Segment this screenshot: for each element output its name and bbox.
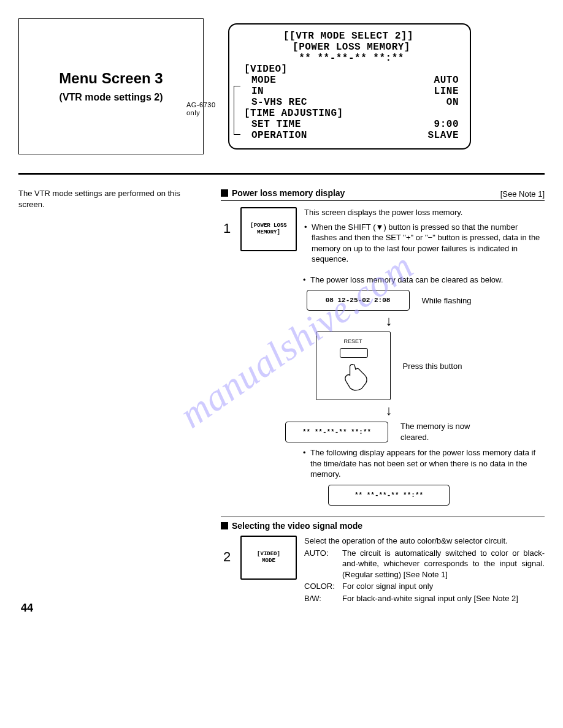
def-label: AUTO:: [304, 548, 339, 580]
hand-pressing-icon: [337, 359, 372, 393]
menu-label: IN: [251, 86, 264, 97]
screen-thumbnail: [POWER LOSS MEMORY]: [240, 207, 297, 251]
header-row: Menu Screen 3 (VTR mode settings 2) AG-6…: [18, 18, 545, 154]
step-number: 1: [221, 221, 233, 237]
intro-text: The VTR mode settings are performed on t…: [18, 188, 202, 210]
step-number: 2: [221, 549, 233, 565]
section-header-row: Power loss memory display [See Note 1]: [221, 188, 545, 201]
reset-label: RESET: [316, 338, 390, 344]
square-bullet-icon: [221, 522, 228, 529]
menu-label: SET TIME: [251, 119, 301, 130]
menu-value: SLAVE: [427, 130, 459, 141]
display-box: 08 12-25-02 2:08: [307, 290, 410, 311]
section-title: Power loss memory display: [232, 188, 345, 198]
menu-label: OPERATION: [251, 130, 307, 141]
menu-screen-box: AG-6730 only [[VTR MODE SELECT 2]] [POWE…: [228, 23, 471, 150]
menu-line: [VIDEO]: [238, 64, 459, 75]
menu-value: 9:00: [434, 119, 459, 130]
arrow-down-icon: ↓: [386, 314, 393, 328]
body-text: Select the operation of the auto color/b…: [304, 536, 545, 547]
body-text: The following display appears for the po…: [310, 447, 545, 480]
menu-line: [TIME ADJUSTING]: [238, 108, 459, 119]
menu-line: [POWER LOSS MEMORY]: [238, 42, 459, 53]
display-box: ** **-**-** **:**: [285, 422, 388, 442]
bullet-icon: •: [304, 222, 309, 265]
bullet-icon: •: [303, 447, 308, 480]
reset-illustration: RESET: [316, 332, 391, 400]
note-reference: [See Note 1]: [500, 189, 545, 199]
horizontal-rule-thin: [221, 517, 545, 517]
page-number: 44: [21, 602, 33, 615]
def-label: COLOR:: [304, 581, 339, 592]
body-text: When the SHIFT (▼) button is pressed so …: [312, 222, 545, 265]
caption: While flashing: [422, 295, 472, 306]
menu-value: ON: [446, 97, 459, 108]
def-text: For color signal input only: [342, 581, 433, 592]
section-title: Selecting the video signal mode: [232, 521, 362, 531]
menu-line: ** **-**-** **:**: [238, 53, 459, 64]
title-box: Menu Screen 3 (VTR mode settings 2): [18, 18, 204, 154]
caption: Press this button: [403, 361, 462, 372]
def-text: The circuit is automatically switched to…: [342, 548, 545, 580]
reset-button-icon: [340, 348, 368, 358]
body-text: This screen displays the power loss memo…: [304, 207, 545, 218]
model-note: AG-6730 only: [186, 101, 223, 117]
menu-label: S-VHS REC: [251, 97, 307, 108]
horizontal-rule: [18, 173, 545, 175]
screen-thumbnail: [VIDEO] MODE: [240, 536, 297, 580]
def-text: For black-and-white signal input only [S…: [342, 593, 518, 604]
page-subtitle: (VTR mode settings 2): [59, 92, 163, 103]
bullet-icon: •: [303, 275, 308, 286]
square-bullet-icon: [221, 189, 228, 197]
page-title: Menu Screen 3: [59, 70, 163, 87]
menu-label: MODE: [251, 75, 276, 86]
bracket-icon: [234, 86, 240, 135]
menu-value: AUTO: [434, 75, 459, 86]
def-label: B/W:: [304, 593, 339, 604]
display-box: ** **-**-** **:**: [328, 485, 450, 506]
menu-line: [[VTR MODE SELECT 2]]: [238, 31, 459, 42]
menu-value: LINE: [434, 86, 459, 97]
body-text: The power loss memory data can be cleare…: [310, 275, 503, 286]
caption: The memory is now cleared.: [400, 421, 492, 442]
arrow-down-icon: ↓: [386, 404, 393, 417]
